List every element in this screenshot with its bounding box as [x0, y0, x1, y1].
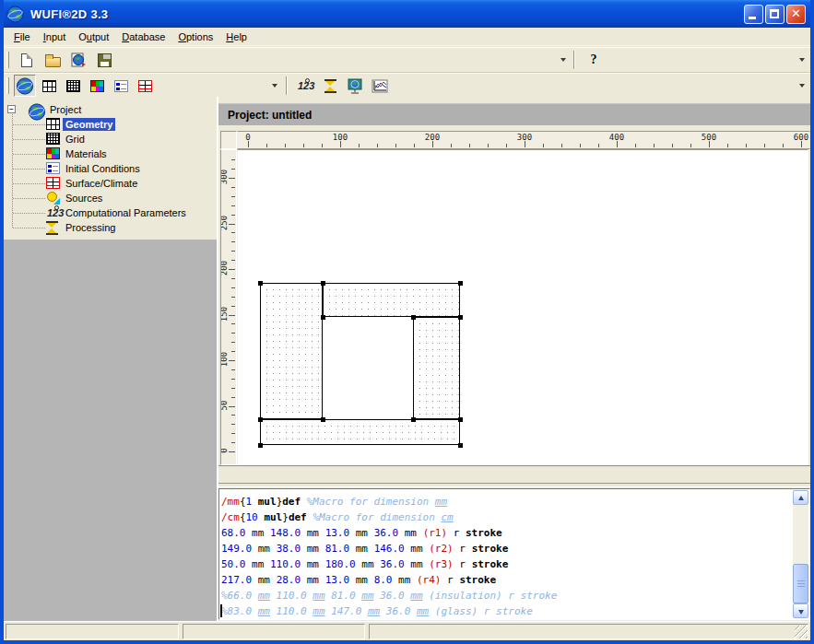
maximize-button[interactable] [765, 5, 785, 24]
menu-file[interactable]: File [7, 29, 37, 44]
geometry-vertex[interactable] [321, 417, 325, 422]
materials-grid-button[interactable] [86, 75, 108, 97]
scrollbar-thumb[interactable] [793, 564, 808, 603]
tree-expand-toggle[interactable]: − [7, 105, 16, 113]
code-token: mm [393, 574, 418, 586]
code-token: mm [246, 558, 271, 570]
ruler-label: 200 [220, 254, 229, 282]
geometry-vertex[interactable] [458, 315, 463, 320]
geometry-grid-button[interactable] [38, 75, 60, 97]
menu-output[interactable]: Output [72, 29, 115, 44]
tree-root-project[interactable]: −Project [4, 102, 217, 117]
code-scrollbar[interactable] [793, 490, 808, 618]
ruler-tick [231, 424, 235, 425]
minimize-button[interactable] [744, 5, 763, 24]
code-token: mm [349, 543, 374, 555]
ruler-tick [231, 241, 235, 242]
geometry-vertex[interactable] [258, 281, 263, 286]
code-token: mm [313, 605, 324, 617]
code-line: %66.0 mm 110.0 mm 81.0 mm 36.0 mm (insul… [221, 588, 791, 603]
ruler-tick [231, 388, 235, 389]
geometry-vertex[interactable] [411, 417, 416, 422]
geometry-rect-r2[interactable] [323, 283, 460, 317]
code-token: 110.0 [270, 590, 313, 602]
geometry-vertex[interactable] [458, 443, 463, 448]
menu-database[interactable]: Database [115, 29, 171, 44]
toolbar-overflow-dropdown[interactable] [799, 58, 805, 62]
ruler-label: 400 [609, 133, 624, 142]
toolbar-grip[interactable] [6, 77, 9, 94]
tree-item-materials[interactable]: Materials [4, 146, 217, 161]
code-token: 36.0 [380, 558, 405, 570]
save-button[interactable] [93, 49, 115, 71]
results-chart-icon [372, 79, 388, 93]
title-bar[interactable]: WUFI®2D 3.3 ✕ [0, 0, 814, 28]
tree-item-geometry[interactable]: Geometry [4, 117, 217, 132]
comp-123-button[interactable] [294, 75, 316, 97]
toolbar-grip[interactable] [6, 52, 9, 68]
code-token: 50.0 [221, 558, 246, 570]
help-button[interactable]: ? [583, 49, 605, 71]
code-token: /cm [221, 511, 240, 523]
open-project-button[interactable] [67, 49, 89, 71]
geometry-rect-r3[interactable] [413, 317, 460, 419]
client-area: FileInputOutputDatabaseOptionsHelp ? −Pr… [4, 28, 810, 640]
geometry-vertex[interactable] [411, 315, 416, 320]
geometry-vertex[interactable] [321, 281, 325, 286]
geometry-vertex[interactable] [321, 315, 325, 320]
processing-hourglass-icon [46, 221, 58, 235]
toolbar-overflow-dropdown[interactable] [560, 58, 566, 62]
code-token: mm [405, 558, 430, 570]
menu-help[interactable]: Help [219, 29, 254, 44]
tree-item-processing[interactable]: Processing [4, 220, 217, 235]
open-folder-button[interactable] [41, 49, 64, 71]
resize-grip[interactable] [795, 626, 808, 638]
toolbar-overflow-dropdown[interactable] [272, 84, 277, 88]
code-token: 147.0 [325, 605, 368, 617]
scroll-down-button[interactable] [793, 603, 808, 618]
tree-item-initial-conditions[interactable]: Initial Conditions [4, 161, 217, 176]
tree-item-label: Sources [63, 192, 105, 205]
code-token: cm [441, 511, 453, 523]
pane-splitter[interactable] [218, 465, 810, 488]
materials-grid-icon [90, 80, 104, 92]
tree-item-computational-parameters[interactable]: Computational Parameters [4, 205, 217, 220]
grid-dense-button[interactable] [62, 75, 84, 97]
tree-item-surface-climate[interactable]: Surface/Climate [4, 176, 217, 191]
menu-options[interactable]: Options [171, 29, 219, 44]
scroll-up-button[interactable] [793, 490, 808, 505]
processing-hourglass-button[interactable] [319, 75, 341, 97]
tree-item-grid[interactable]: Grid [4, 132, 217, 146]
vertical-ruler: 050100150200250300 [220, 149, 237, 465]
ruler-tick [764, 144, 765, 147]
geometry-rect-r4[interactable] [260, 419, 460, 445]
menu-input[interactable]: Input [37, 29, 72, 44]
ruler-tick [561, 144, 562, 147]
code-token: mm [301, 527, 325, 539]
initial-conditions-list-button[interactable] [110, 75, 132, 97]
geometry-vertex[interactable] [258, 443, 263, 448]
geometry-canvas[interactable] [237, 149, 808, 465]
results-chart-button[interactable] [369, 75, 391, 97]
close-button[interactable]: ✕ [786, 5, 806, 24]
toolbar-overflow-dropdown[interactable] [799, 84, 805, 88]
new-document-button[interactable] [16, 49, 38, 71]
code-token: stroke [472, 558, 509, 570]
ruler-label: 150 [220, 300, 229, 328]
surface-climate-grid-button[interactable] [134, 75, 156, 97]
geometry-vertex[interactable] [258, 417, 263, 422]
code-text[interactable]: /mm{1 mul}def %Macro for dimension mm/cm… [221, 494, 791, 619]
geometry-vertex[interactable] [458, 417, 463, 422]
geometry-rect-r1[interactable] [260, 283, 323, 419]
geometry-vertex[interactable] [458, 281, 463, 286]
arrow-up-icon [798, 496, 804, 500]
ruler-label: 0 [220, 437, 229, 464]
code-editor[interactable]: /mm{1 mul}def %Macro for dimension mm/cm… [218, 488, 810, 620]
tree-item-sources[interactable]: Sources [4, 191, 217, 205]
project-tree[interactable]: −ProjectGeometryGridMaterialsInitial Con… [4, 97, 217, 240]
ruler-tick [231, 369, 235, 370]
project-globe-button[interactable] [14, 75, 36, 97]
results-globe-board-button[interactable] [344, 75, 366, 97]
status-panel [183, 624, 365, 639]
ruler-tick [231, 433, 235, 434]
